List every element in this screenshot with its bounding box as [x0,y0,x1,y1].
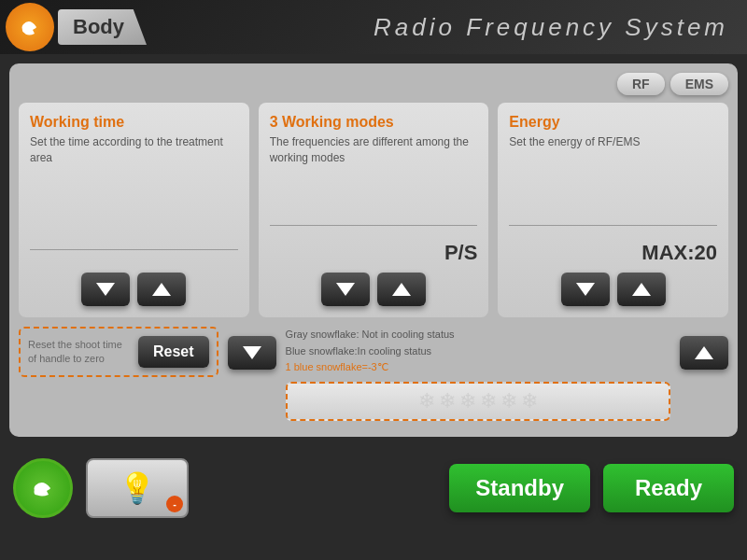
working-modes-down-button[interactable] [321,273,370,306]
working-modes-title: 3 Working modes [270,114,478,131]
working-time-panel: Working time Set the time according to t… [19,103,249,317]
arrow-up-icon [392,283,411,296]
mode-bottom-controls [228,327,276,370]
app-title: Radio Frequency System [374,13,728,42]
working-modes-panel: 3 Working modes The frequencies are diff… [259,103,489,317]
arrow-down-icon [243,346,261,359]
svg-point-0 [22,27,28,33]
arrow-up-icon [152,283,171,296]
working-time-controls [30,273,238,306]
snowflake-info: Gray snowflake: Not in cooling status Bl… [286,327,670,376]
reset-box: Reset the shoot time of handle to zero R… [19,327,218,377]
energy-value: MAX:20 [509,241,717,265]
lightbulb-icon: 💡 [119,470,156,506]
energy-controls [509,273,717,306]
working-modes-value: P/S [270,241,478,265]
working-modes-controls [270,273,478,306]
arrow-down-icon [96,283,115,296]
working-modes-desc: The frequencies are different among the … [270,134,478,166]
snowflake-icon-4: ❄ [480,389,497,413]
working-time-title: Working time [30,114,238,131]
ready-button[interactable]: Ready [603,464,734,512]
bottom-section: Reset the shoot time of handle to zero R… [19,327,728,421]
snowflake-display: ❄ ❄ ❄ ❄ ❄ ❄ [286,382,670,421]
mode-down-button[interactable] [228,336,276,370]
header: Body Radio Frequency System [0,0,747,54]
page-title: Body [58,9,147,45]
energy-title: Energy [509,114,717,131]
snowflake-icon-2: ❄ [439,389,456,413]
energy-up-button[interactable] [617,273,666,306]
back-button[interactable] [13,458,73,518]
energy-bottom-up-button[interactable] [680,336,728,370]
working-time-desc: Set the time according to the treatment … [30,134,238,166]
rf-button[interactable]: RF [617,73,665,95]
svg-point-1 [35,489,41,496]
snowflake-section: Gray snowflake: Not in cooling status Bl… [286,327,670,421]
ems-button[interactable]: EMS [670,73,728,95]
main-panel: RF EMS Working time Set the time accordi… [9,63,738,437]
light-badge: - [166,496,183,512]
arrow-down-icon [336,283,355,296]
snowflake-icon-1: ❄ [418,389,435,413]
energy-down-button[interactable] [561,273,610,306]
snowflake-info-line2: Blue snowflake:In cooling status [286,343,670,360]
footer: 💡 - Standby Ready [0,446,747,530]
snowflake-icon-3: ❄ [459,389,476,413]
energy-desc: Set the energy of RF/EMS [509,134,717,150]
snowflake-icon-5: ❄ [500,389,517,413]
standby-button[interactable]: Standby [449,464,590,512]
arrow-down-icon [576,283,595,296]
energy-bottom-controls [680,327,728,370]
working-modes-up-button[interactable] [377,273,426,306]
light-button[interactable]: 💡 - [86,458,189,518]
control-columns: Working time Set the time according to t… [19,103,728,317]
reset-description: Reset the shoot time of handle to zero [28,338,131,367]
arrow-up-icon [695,346,713,359]
logo-icon[interactable] [6,3,54,51]
snowflake-info-line1: Gray snowflake: Not in cooling status [286,327,670,343]
energy-panel: Energy Set the energy of RF/EMS MAX:20 [498,103,728,317]
snowflake-icon-6: ❄ [521,389,538,413]
working-time-up-button[interactable] [137,273,186,306]
snowflake-info-line3: 1 blue snowflake=-3℃ [286,359,670,376]
working-time-down-button[interactable] [81,273,130,306]
arrow-up-icon [632,283,651,296]
rf-ems-toggle: RF EMS [19,73,728,95]
reset-button[interactable]: Reset [138,336,209,368]
